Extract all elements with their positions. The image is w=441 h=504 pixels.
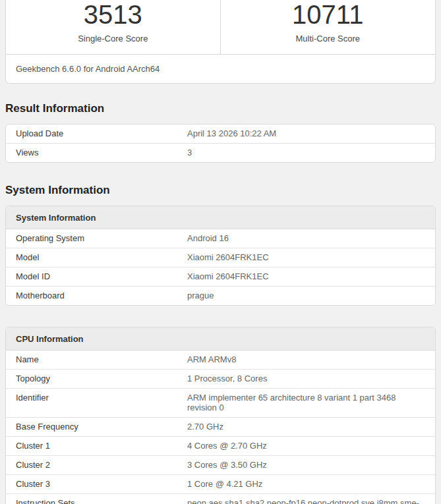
row-value: ARM implementer 65 architecture 8 varian… [187,389,435,417]
row-value: 2.70 GHz [187,418,435,436]
table-row: Cluster 3 1 Core @ 4.21 GHz [6,475,435,494]
row-value: 4 Cores @ 2.70 GHz [187,437,435,455]
table-row: Topology 1 Processor, 8 Cores [6,370,435,389]
system-information-card-title: System Information [6,206,435,229]
system-information-heading: System Information [5,184,436,197]
table-row: Cluster 2 3 Cores @ 3.50 GHz [6,456,435,475]
row-value: Xiaomi 2604FRK1EC [187,267,435,286]
row-label: Cluster 3 [6,475,187,493]
row-value: neon aes sha1 sha2 neon-fp16 neon-dotpro… [187,494,435,504]
table-row: Instruction Sets neon aes sha1 sha2 neon… [6,494,435,504]
benchmark-version-row: Geekbench 6.6.0 for Android AArch64 [6,55,435,83]
system-information-card: System Information Operating System Andr… [5,206,436,306]
row-value: prague [187,287,435,305]
row-label: Topology [6,370,187,388]
table-row: Operating System Android 16 [6,229,435,248]
table-row: Model Xiaomi 2604FRK1EC [6,248,435,267]
row-label: Upload Date [6,125,187,143]
table-row: Base Frequency 2.70 GHz [6,418,435,437]
row-value: 3 Cores @ 3.50 GHz [187,456,435,474]
row-label: Model ID [6,267,187,286]
row-label: Cluster 2 [6,456,187,474]
row-value: ARM ARMv8 [187,350,435,369]
row-value: April 13 2026 10:22 AM [187,125,435,143]
row-value: Xiaomi 2604FRK1EC [187,248,435,267]
table-row: Upload Date April 13 2026 10:22 AM [6,125,435,144]
row-label: Instruction Sets [6,494,187,504]
row-value: 3 [187,144,435,162]
cpu-information-card: CPU Information Name ARM ARMv8 Topology … [5,327,436,504]
row-value: 1 Processor, 8 Cores [187,370,435,388]
single-core-score-value: 3513 [6,1,220,28]
table-row: Views 3 [6,144,435,162]
row-label: Model [6,248,187,267]
single-core-score-panel: 3513 Single-Core Score [6,0,221,54]
row-label: Name [6,350,187,369]
single-core-score-label: Single-Core Score [6,34,220,43]
table-row: Cluster 1 4 Cores @ 2.70 GHz [6,437,435,456]
row-label: Views [6,144,187,162]
table-row: Name ARM ARMv8 [6,350,435,370]
table-row: Identifier ARM implementer 65 architectu… [6,389,435,418]
multi-core-score-label: Multi-Core Score [221,34,436,43]
row-label: Base Frequency [6,418,187,436]
row-value: 1 Core @ 4.21 GHz [187,475,435,493]
multi-core-score-value: 10711 [221,1,436,28]
table-row: Motherboard prague [6,287,435,305]
score-panels: 3513 Single-Core Score 10711 Multi-Core … [6,0,435,55]
row-label: Motherboard [6,287,187,305]
result-information-heading: Result Information [5,102,436,115]
result-information-card: Upload Date April 13 2026 10:22 AM Views… [5,124,436,163]
row-label: Identifier [6,389,187,417]
row-label: Cluster 1 [6,437,187,455]
cpu-information-card-title: CPU Information [6,327,435,350]
row-value: Android 16 [187,229,435,248]
score-card: 3513 Single-Core Score 10711 Multi-Core … [5,0,436,84]
row-label: Operating System [6,229,187,248]
multi-core-score-panel: 10711 Multi-Core Score [221,0,436,54]
table-row: Model ID Xiaomi 2604FRK1EC [6,267,435,287]
page-container: 3513 Single-Core Score 10711 Multi-Core … [5,0,436,504]
